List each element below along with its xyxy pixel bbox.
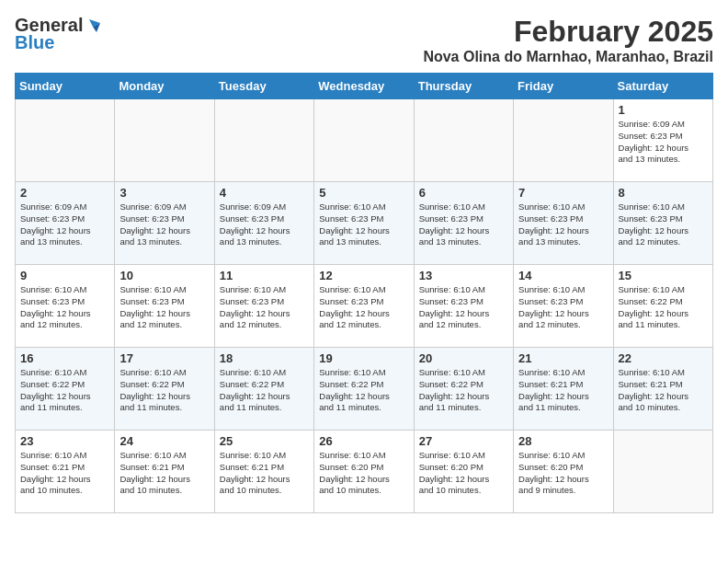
day-info: Sunrise: 6:10 AM Sunset: 6:23 PM Dayligh…	[518, 284, 608, 331]
calendar-cell: 8Sunrise: 6:10 AM Sunset: 6:23 PM Daylig…	[613, 182, 712, 265]
calendar-cell: 15Sunrise: 6:10 AM Sunset: 6:22 PM Dayli…	[613, 265, 712, 348]
day-number: 11	[220, 269, 309, 282]
day-number: 7	[518, 186, 608, 200]
weekday-header-wednesday: Wednesday	[314, 74, 414, 99]
weekday-header-sunday: Sunday	[16, 74, 115, 99]
day-number: 10	[119, 269, 209, 282]
day-number: 22	[619, 351, 708, 365]
calendar-cell	[613, 431, 712, 513]
calendar-cell	[414, 99, 513, 182]
day-info: Sunrise: 6:10 AM Sunset: 6:23 PM Dayligh…	[419, 201, 508, 248]
weekday-header-row: SundayMondayTuesdayWednesdayThursdayFrid…	[16, 74, 713, 99]
day-number: 1	[619, 103, 708, 117]
weekday-header-tuesday: Tuesday	[214, 74, 313, 99]
day-number: 8	[619, 186, 708, 200]
calendar-cell: 19Sunrise: 6:10 AM Sunset: 6:22 PM Dayli…	[314, 348, 414, 431]
day-info: Sunrise: 6:10 AM Sunset: 6:21 PM Dayligh…	[20, 450, 109, 497]
calendar-cell: 27Sunrise: 6:10 AM Sunset: 6:20 PM Dayli…	[414, 431, 513, 513]
calendar-cell: 3Sunrise: 6:09 AM Sunset: 6:23 PM Daylig…	[115, 182, 214, 265]
calendar-cell: 9Sunrise: 6:10 AM Sunset: 6:23 PM Daylig…	[16, 265, 115, 348]
calendar-week-row: 23Sunrise: 6:10 AM Sunset: 6:21 PM Dayli…	[16, 431, 713, 513]
day-number: 27	[419, 434, 508, 448]
weekday-header-saturday: Saturday	[613, 74, 712, 99]
calendar-cell: 22Sunrise: 6:10 AM Sunset: 6:21 PM Dayli…	[613, 348, 712, 431]
calendar-cell: 11Sunrise: 6:10 AM Sunset: 6:23 PM Dayli…	[214, 265, 313, 348]
calendar-cell: 14Sunrise: 6:10 AM Sunset: 6:23 PM Dayli…	[514, 265, 613, 348]
day-info: Sunrise: 6:09 AM Sunset: 6:23 PM Dayligh…	[119, 201, 209, 248]
day-info: Sunrise: 6:10 AM Sunset: 6:23 PM Dayligh…	[419, 284, 508, 331]
calendar-table: SundayMondayTuesdayWednesdayThursdayFrid…	[15, 73, 713, 513]
weekday-header-friday: Friday	[514, 74, 613, 99]
calendar-cell: 1Sunrise: 6:09 AM Sunset: 6:23 PM Daylig…	[613, 99, 712, 182]
calendar-cell: 18Sunrise: 6:10 AM Sunset: 6:22 PM Dayli…	[214, 348, 313, 431]
calendar-cell: 12Sunrise: 6:10 AM Sunset: 6:23 PM Dayli…	[314, 265, 414, 348]
calendar-cell: 23Sunrise: 6:10 AM Sunset: 6:21 PM Dayli…	[16, 431, 115, 513]
day-number: 3	[119, 186, 209, 200]
page-header: General Blue February 2025 Nova Olina do…	[15, 15, 713, 65]
calendar-cell	[16, 99, 115, 182]
weekday-header-monday: Monday	[115, 74, 214, 99]
day-number: 18	[220, 351, 309, 365]
day-info: Sunrise: 6:10 AM Sunset: 6:23 PM Dayligh…	[319, 201, 408, 248]
day-info: Sunrise: 6:10 AM Sunset: 6:20 PM Dayligh…	[419, 450, 508, 497]
day-number: 17	[119, 351, 209, 365]
calendar-cell: 5Sunrise: 6:10 AM Sunset: 6:23 PM Daylig…	[314, 182, 414, 265]
calendar-week-row: 16Sunrise: 6:10 AM Sunset: 6:22 PM Dayli…	[16, 348, 713, 431]
day-number: 14	[518, 269, 608, 282]
day-number: 19	[319, 351, 408, 365]
calendar-week-row: 2Sunrise: 6:09 AM Sunset: 6:23 PM Daylig…	[16, 182, 713, 265]
calendar-cell: 25Sunrise: 6:10 AM Sunset: 6:21 PM Dayli…	[214, 431, 313, 513]
day-info: Sunrise: 6:10 AM Sunset: 6:22 PM Dayligh…	[419, 367, 508, 414]
calendar-week-row: 1Sunrise: 6:09 AM Sunset: 6:23 PM Daylig…	[16, 99, 713, 182]
weekday-header-thursday: Thursday	[414, 74, 513, 99]
calendar-cell	[115, 99, 214, 182]
day-info: Sunrise: 6:09 AM Sunset: 6:23 PM Dayligh…	[20, 201, 109, 248]
day-info: Sunrise: 6:09 AM Sunset: 6:23 PM Dayligh…	[619, 119, 708, 166]
title-area: February 2025 Nova Olina do Marnhao, Mar…	[423, 15, 713, 65]
day-number: 16	[20, 351, 109, 365]
day-number: 26	[319, 434, 408, 448]
day-info: Sunrise: 6:10 AM Sunset: 6:22 PM Dayligh…	[119, 367, 209, 414]
day-info: Sunrise: 6:10 AM Sunset: 6:21 PM Dayligh…	[518, 367, 608, 414]
calendar-cell: 21Sunrise: 6:10 AM Sunset: 6:21 PM Dayli…	[514, 348, 613, 431]
day-number: 5	[319, 186, 408, 200]
day-info: Sunrise: 6:10 AM Sunset: 6:22 PM Dayligh…	[319, 367, 408, 414]
day-info: Sunrise: 6:10 AM Sunset: 6:20 PM Dayligh…	[319, 450, 408, 497]
day-info: Sunrise: 6:10 AM Sunset: 6:21 PM Dayligh…	[220, 450, 309, 497]
day-number: 12	[319, 269, 408, 282]
calendar-cell: 24Sunrise: 6:10 AM Sunset: 6:21 PM Dayli…	[115, 431, 214, 513]
day-info: Sunrise: 6:10 AM Sunset: 6:23 PM Dayligh…	[619, 201, 708, 248]
logo: General Blue	[15, 15, 100, 53]
logo-blue-text: Blue	[15, 32, 54, 53]
calendar-cell: 26Sunrise: 6:10 AM Sunset: 6:20 PM Dayli…	[314, 431, 414, 513]
day-number: 15	[619, 269, 708, 282]
day-number: 2	[20, 186, 109, 200]
day-number: 9	[20, 269, 109, 282]
calendar-cell: 2Sunrise: 6:09 AM Sunset: 6:23 PM Daylig…	[16, 182, 115, 265]
day-info: Sunrise: 6:10 AM Sunset: 6:23 PM Dayligh…	[518, 201, 608, 248]
day-number: 28	[518, 434, 608, 448]
calendar-cell: 4Sunrise: 6:09 AM Sunset: 6:23 PM Daylig…	[214, 182, 313, 265]
calendar-cell: 20Sunrise: 6:10 AM Sunset: 6:22 PM Dayli…	[414, 348, 513, 431]
day-info: Sunrise: 6:10 AM Sunset: 6:22 PM Dayligh…	[619, 284, 708, 331]
calendar-cell	[314, 99, 414, 182]
day-number: 25	[220, 434, 309, 448]
calendar-cell: 7Sunrise: 6:10 AM Sunset: 6:23 PM Daylig…	[514, 182, 613, 265]
day-info: Sunrise: 6:10 AM Sunset: 6:23 PM Dayligh…	[319, 284, 408, 331]
day-number: 6	[419, 186, 508, 200]
day-info: Sunrise: 6:10 AM Sunset: 6:22 PM Dayligh…	[20, 367, 109, 414]
day-info: Sunrise: 6:10 AM Sunset: 6:20 PM Dayligh…	[518, 450, 608, 497]
calendar-week-row: 9Sunrise: 6:10 AM Sunset: 6:23 PM Daylig…	[16, 265, 713, 348]
location-title: Nova Olina do Marnhao, Maranhao, Brazil	[423, 49, 713, 65]
day-number: 24	[119, 434, 209, 448]
day-number: 20	[419, 351, 508, 365]
day-info: Sunrise: 6:10 AM Sunset: 6:23 PM Dayligh…	[220, 284, 309, 331]
day-info: Sunrise: 6:09 AM Sunset: 6:23 PM Dayligh…	[220, 201, 309, 248]
day-info: Sunrise: 6:10 AM Sunset: 6:21 PM Dayligh…	[119, 450, 209, 497]
day-info: Sunrise: 6:10 AM Sunset: 6:23 PM Dayligh…	[119, 284, 209, 331]
calendar-cell: 28Sunrise: 6:10 AM Sunset: 6:20 PM Dayli…	[514, 431, 613, 513]
day-number: 23	[20, 434, 109, 448]
day-info: Sunrise: 6:10 AM Sunset: 6:23 PM Dayligh…	[20, 284, 109, 331]
calendar-cell: 6Sunrise: 6:10 AM Sunset: 6:23 PM Daylig…	[414, 182, 513, 265]
calendar-cell: 10Sunrise: 6:10 AM Sunset: 6:23 PM Dayli…	[115, 265, 214, 348]
